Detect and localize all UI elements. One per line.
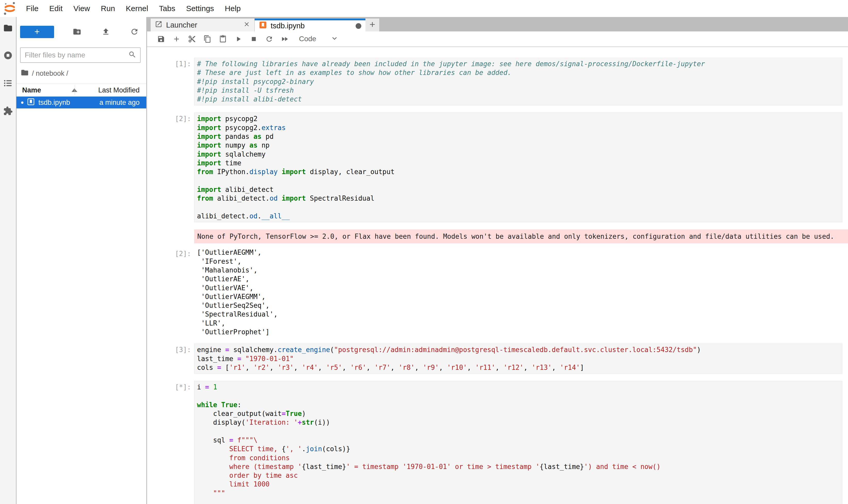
restart-kernel-button[interactable]: [261, 33, 277, 44]
code-line: [197, 392, 839, 400]
modified-column-header[interactable]: Last Modified: [98, 86, 140, 94]
restart-run-all-button[interactable]: [277, 33, 292, 44]
sort-ascending-icon[interactable]: [72, 88, 77, 92]
menu-bar: FileEditViewRunKernelTabsSettingsHelp: [0, 0, 848, 17]
name-column-header[interactable]: Name: [22, 86, 41, 94]
add-cell-button[interactable]: [169, 33, 184, 44]
menu-view[interactable]: View: [68, 4, 95, 13]
code-line: from IPython.display import display, cle…: [197, 167, 839, 176]
code-line: [197, 176, 839, 185]
code-line: i = 1: [197, 383, 839, 392]
notebook-icon: [259, 21, 271, 31]
cell-type-dropdown[interactable]: Code: [299, 35, 316, 43]
cell-editor[interactable]: # The following libraries have already b…: [194, 58, 842, 105]
home-folder-icon[interactable]: [21, 69, 29, 78]
code-line: cols = ['r1', 'r2', 'r3', 'r4', 'r5', 'r…: [197, 363, 839, 372]
tab-bar: Launcher tsdb.ipynb: [147, 17, 848, 32]
code-line: where (timestamp '{last_time}' = timesta…: [197, 462, 839, 471]
stderr-output: None of PyTorch, TensorFlow >= 2.0, or F…: [165, 230, 848, 244]
refresh-icon: [130, 27, 139, 37]
upload-icon: [102, 27, 110, 37]
cell-editor[interactable]: engine = sqlalchemy.create_engine("postg…: [194, 344, 842, 374]
activity-bar: [0, 17, 17, 504]
tab-label: Launcher: [166, 21, 197, 29]
menu-file[interactable]: File: [21, 4, 44, 13]
new-launcher-button[interactable]: [20, 26, 54, 38]
code-cell: [1]:# The following libraries have alrea…: [165, 58, 848, 105]
search-icon: [128, 51, 137, 60]
notebook-file-icon: [27, 98, 38, 107]
jupyterlab-window: FileEditViewRunKernelTabsSettingsHelp: [0, 0, 848, 504]
code-line: alibi_detect.od.__all__: [197, 212, 839, 220]
launcher-icon: [155, 20, 166, 30]
cell-editor[interactable]: i = 1 while True: clear_output(wait=True…: [194, 381, 842, 504]
cell-input-prompt: [1]:: [165, 58, 194, 105]
code-line: SELECT time, {', '.join(cols)}: [197, 445, 839, 453]
upload-button[interactable]: [100, 26, 111, 38]
code-cell: [*]:i = 1 while True: clear_output(wait=…: [165, 381, 848, 504]
menu-kernel[interactable]: Kernel: [121, 4, 154, 13]
new-folder-button[interactable]: [71, 26, 83, 38]
filter-files-box: [20, 48, 141, 63]
notebook-content: [1]:# The following libraries have alrea…: [147, 47, 848, 504]
filter-files-input[interactable]: [24, 51, 128, 59]
chevron-down-icon[interactable]: [331, 35, 338, 43]
running-sessions-icon[interactable]: [3, 51, 13, 61]
notebook-toolbar: Code: [147, 32, 848, 47]
code-line: import alibi_detect: [197, 185, 839, 194]
code-line: from conditions: [197, 453, 839, 462]
table-of-contents-icon[interactable]: [3, 78, 13, 89]
run-cell-button[interactable]: [231, 33, 246, 44]
cell-editor[interactable]: import psycopg2import psycopg2.extrasimp…: [194, 112, 842, 222]
plus-icon: [368, 20, 377, 30]
menu-edit[interactable]: Edit: [44, 4, 68, 13]
plus-icon: [33, 28, 41, 36]
file-browser-icon[interactable]: [3, 23, 13, 34]
breadcrumb[interactable]: / notebook /: [21, 69, 146, 78]
cell-input-prompt: [2]:: [165, 112, 194, 222]
execute-result-output: [2]:['OutlierAEGMM', 'IForest', 'Mahalan…: [165, 248, 848, 336]
menu-run[interactable]: Run: [95, 4, 121, 13]
code-line: import sqlalchemy: [197, 150, 839, 159]
copy-cells-button[interactable]: [200, 33, 215, 44]
code-line: [197, 427, 839, 436]
paste-cells-button[interactable]: [215, 33, 231, 44]
cut-cells-button[interactable]: [184, 33, 200, 44]
code-line: clear_output(wait=True): [197, 409, 839, 418]
close-icon[interactable]: [243, 21, 250, 30]
extension-manager-icon[interactable]: [3, 106, 13, 116]
code-line: [197, 498, 839, 504]
code-line: while True:: [197, 400, 839, 409]
code-line: #!pip install -U tsfresh: [197, 86, 839, 95]
code-line: order by time asc: [197, 471, 839, 480]
cell-output-prompt: [165, 230, 194, 244]
code-line: sql = f"""\: [197, 436, 839, 445]
tab-launcher[interactable]: Launcher: [151, 19, 255, 32]
save-button[interactable]: [153, 33, 169, 44]
code-line: [197, 203, 839, 212]
notebook-cells: [1]:# The following libraries have alrea…: [165, 58, 848, 504]
code-line: engine = sqlalchemy.create_engine("postg…: [197, 345, 839, 354]
code-cell: [2]:import psycopg2import psycopg2.extra…: [165, 112, 848, 222]
main-area: Launcher tsdb.ipynb: [147, 17, 848, 504]
listing-header: Name Last Modified: [17, 84, 146, 96]
cell-input-prompt: [*]:: [165, 381, 194, 504]
refresh-button[interactable]: [129, 26, 140, 38]
new-tab-button[interactable]: [365, 19, 380, 32]
interrupt-kernel-button[interactable]: [246, 33, 261, 44]
code-line: limit 1000: [197, 480, 839, 489]
code-line: import psycopg2: [197, 114, 839, 123]
menu-settings[interactable]: Settings: [181, 4, 219, 13]
file-row-tsdb[interactable]: tsdb.ipynb a minute ago: [17, 96, 146, 108]
column-divider: [75, 85, 75, 95]
menu-tabs[interactable]: Tabs: [154, 4, 181, 13]
jupyter-logo-icon: [3, 1, 17, 16]
code-line: # These are just left in as examples to …: [197, 68, 839, 77]
code-line: import time: [197, 159, 839, 167]
code-line: #!pip install alibi-detect: [197, 95, 839, 104]
code-cell: [3]:engine = sqlalchemy.create_engine("p…: [165, 344, 848, 374]
menu-help[interactable]: Help: [219, 4, 246, 13]
code-line: import psycopg2.extras: [197, 123, 839, 132]
tab-tsdb-notebook[interactable]: tsdb.ipynb: [255, 19, 365, 32]
unsaved-changes-dot[interactable]: [356, 23, 361, 29]
